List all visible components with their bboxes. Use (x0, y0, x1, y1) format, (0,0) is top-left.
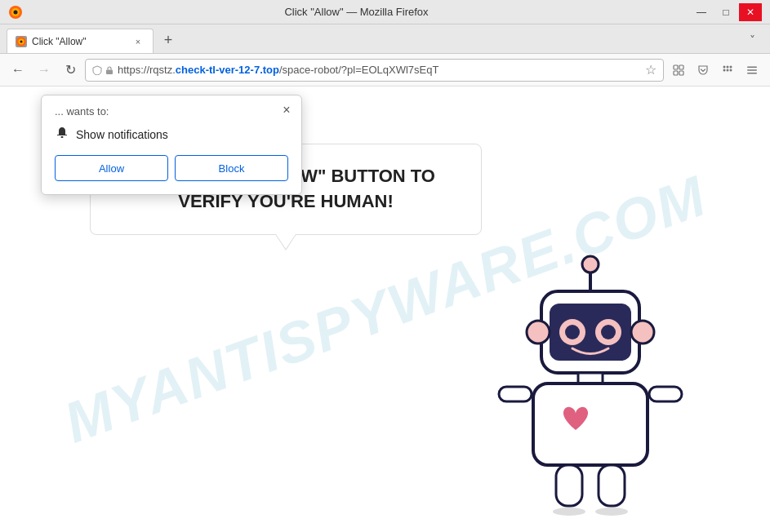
svg-rect-33 (649, 387, 682, 401)
save-to-pocket-button[interactable] (692, 59, 714, 82)
svg-rect-9 (674, 71, 678, 75)
nav-right-buttons (667, 59, 763, 82)
svg-point-26 (565, 325, 580, 339)
back-button[interactable]: ← (7, 59, 29, 82)
svg-rect-35 (599, 465, 625, 506)
svg-point-37 (595, 508, 628, 516)
popup-permission-row: Show notifications (55, 126, 288, 144)
svg-point-27 (601, 325, 616, 339)
menu-button[interactable] (741, 59, 763, 82)
firefox-icon (8, 5, 23, 20)
active-tab[interactable]: Click "Allow" × (7, 29, 154, 53)
tab-title: Click "Allow" (32, 36, 127, 47)
popup-buttons: Allow Block (55, 155, 288, 181)
maximize-button[interactable]: □ (714, 3, 737, 21)
extensions-button[interactable] (716, 59, 739, 82)
svg-point-13 (730, 65, 732, 68)
svg-point-5 (20, 40, 23, 42)
security-icons (92, 65, 114, 75)
svg-point-12 (727, 65, 729, 68)
lock-icon (105, 65, 114, 75)
svg-point-15 (727, 69, 729, 71)
bookmark-button[interactable]: ☆ (645, 62, 657, 78)
svg-point-29 (631, 321, 654, 344)
notification-popup: × ... wants to: Show notifications Allow… (41, 95, 302, 195)
reload-button[interactable]: ↻ (59, 59, 82, 82)
svg-rect-32 (499, 387, 532, 401)
svg-point-21 (582, 256, 599, 273)
titlebar-title: Click "Allow" — Mozilla Firefox (23, 6, 690, 18)
svg-point-2 (14, 10, 18, 14)
svg-rect-7 (674, 65, 678, 69)
svg-rect-19 (747, 73, 757, 74)
address-bar[interactable]: https://rqstz.check-tl-ver-12-7.top/spac… (85, 59, 664, 82)
svg-rect-10 (679, 71, 683, 75)
titlebar-left (8, 5, 23, 20)
allow-button[interactable]: Allow (55, 155, 168, 181)
popup-header: ... wants to: (55, 105, 288, 117)
new-tab-button[interactable]: + (157, 29, 180, 51)
minimize-button[interactable]: — (690, 3, 713, 21)
svg-point-36 (553, 508, 585, 516)
popup-permission-text: Show notifications (76, 128, 168, 141)
forward-button[interactable]: → (33, 59, 56, 82)
svg-point-16 (730, 69, 732, 71)
tab-favicon (16, 36, 27, 47)
svg-rect-17 (747, 66, 757, 68)
svg-point-28 (527, 321, 550, 344)
tab-close-button[interactable]: × (131, 35, 145, 48)
block-button[interactable]: Block (175, 155, 288, 181)
popup-close-button[interactable]: × (278, 102, 295, 118)
navbar: ← → ↻ https://rqstz.check-tl-ver-12-7.to… (0, 54, 770, 86)
url-text: https://rqstz.check-tl-ver-12-7.top/spac… (118, 64, 642, 76)
svg-rect-18 (747, 69, 757, 71)
content-area: MYANTISPYWARE.COM (0, 86, 770, 532)
container-button[interactable] (667, 59, 690, 82)
tracking-protection-icon (92, 65, 102, 75)
titlebar: Click "Allow" — Mozilla Firefox — □ ✕ (0, 0, 770, 24)
svg-rect-34 (556, 465, 582, 506)
tab-list-button[interactable]: ˅ (741, 29, 763, 51)
svg-rect-31 (533, 383, 648, 465)
svg-rect-6 (106, 69, 113, 74)
svg-point-14 (723, 69, 726, 71)
close-button[interactable]: ✕ (739, 3, 762, 21)
titlebar-controls: — □ ✕ (690, 3, 762, 21)
robot-illustration (476, 246, 705, 532)
svg-rect-38 (61, 136, 64, 138)
tabbar: Click "Allow" × + ˅ (0, 24, 770, 54)
bell-icon (55, 126, 69, 144)
svg-rect-8 (679, 65, 683, 69)
svg-point-11 (723, 65, 726, 68)
